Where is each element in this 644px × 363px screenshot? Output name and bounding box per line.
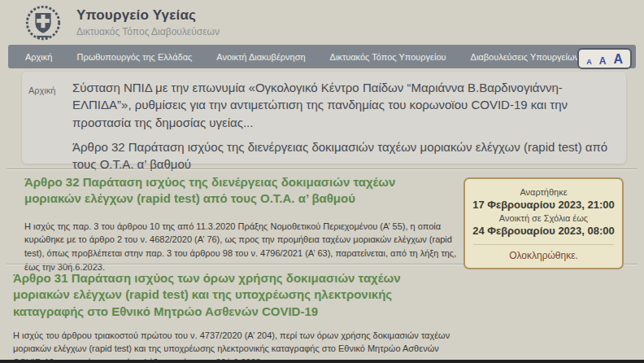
- article-31-heading[interactable]: Άρθρο 31 Παράταση ισχύος των όρων χρήσης…: [13, 270, 446, 320]
- site-header: Υπουργείο Υγείας Δικτυακός Τόπος Διαβουλ…: [0, 0, 644, 45]
- open-until-label: Ανοικτή σε Σχόλια έως: [472, 212, 616, 224]
- status-box-divider: [473, 244, 614, 245]
- nav-item-prime-minister[interactable]: Πρωθυπουργός της Ελλάδας: [64, 52, 204, 62]
- article-32-body: Η ισχύς της παρ. 3 του άρθρου 10 της από…: [24, 220, 457, 274]
- article-32-section: Άρθρο 32 Παράταση ισχύος της διενέργειας…: [24, 174, 457, 273]
- font-size-medium-button[interactable]: A: [599, 56, 607, 66]
- page: { "header": { "title": "Υπουργείο Υγείας…: [0, 0, 644, 363]
- nav-item-ministry-site[interactable]: Δικτυακός Τόπος Υπουργείου: [318, 52, 459, 62]
- nav-item-home[interactable]: Αρχική: [13, 52, 64, 62]
- posted-label: Αναρτήθηκε: [472, 186, 616, 198]
- breadcrumb: Αρχική: [28, 79, 72, 157]
- article-31-section: Άρθρο 31 Παράταση ισχύος των όρων χρήσης…: [13, 270, 462, 363]
- consultation-title[interactable]: Σύσταση ΝΠΙΔ με την επωνυμία «Ογκολογικό…: [72, 79, 613, 131]
- font-size-large-button[interactable]: A: [613, 53, 623, 66]
- site-subtitle: Δικτυακός Τόπος Διαβουλεύσεων: [76, 26, 220, 37]
- open-until-date: 24 Φεβρουαρίου 2023, 08:00: [472, 224, 616, 238]
- nav-item-ministry-consultations[interactable]: Διαβουλεύσεις Υπουργείων: [459, 52, 591, 62]
- greek-coat-of-arms-icon: [23, 4, 63, 43]
- article-32-heading[interactable]: Άρθρο 32 Παράταση ισχύος της διενέργειας…: [24, 174, 437, 208]
- font-size-small-button[interactable]: A: [586, 59, 592, 66]
- section-divider: [7, 168, 637, 170]
- status-completed-text: Ολοκληρώθηκε.: [472, 250, 616, 261]
- consultation-status-box: Αναρτήθηκε 17 Φεβρουαρίου 2023, 21:00 Αν…: [463, 177, 624, 269]
- site-title[interactable]: Υπουργείο Υγείας: [76, 7, 220, 24]
- article-31-body: Η ισχύς του άρθρου τριακοστού πρώτου του…: [13, 329, 462, 363]
- breadcrumb-home-link[interactable]: Αρχική: [28, 85, 55, 95]
- consultation-header-text: Σύσταση ΝΠΙΔ με την επωνυμία «Ογκολογικό…: [72, 79, 613, 157]
- nav-item-open-government[interactable]: Ανοικτή Διακυβέρνηση: [204, 52, 317, 62]
- font-size-widget: A A A: [577, 48, 632, 69]
- footer-top-edge: [0, 360, 644, 363]
- main-nav: Αρχική Πρωθυπουργός της Ελλάδας Ανοικτή …: [8, 45, 636, 68]
- consultation-header-panel: Αρχική Σύσταση ΝΠΙΔ με την επωνυμία «Ογκ…: [22, 72, 626, 164]
- site-header-text: Υπουργείο Υγείας Δικτυακός Τόπος Διαβουλ…: [76, 7, 220, 37]
- posted-date: 17 Φεβρουαρίου 2023, 21:00: [472, 198, 616, 212]
